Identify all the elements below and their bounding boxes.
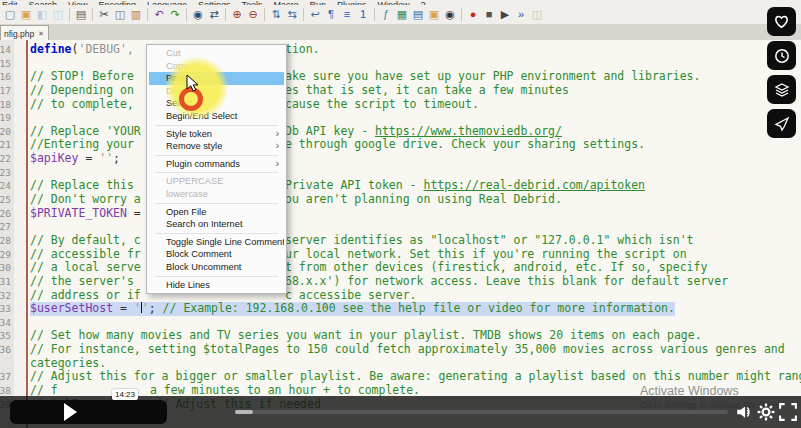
toolbar: ▢▣◧◫▤✂◫▥↶↷◉⇄⊕⊖⇅⇆↩¶≡1ƒ▦▤▣◉●■▶»◫ xyxy=(2,5,545,23)
new-file-icon[interactable]: ▢ xyxy=(3,7,17,22)
code-lines: 14define('DEBUG', tion.1516// STOP! Befo… xyxy=(0,43,801,411)
context-menu-item-block-comment[interactable]: Block Comment xyxy=(149,248,284,261)
code-text-right: ur local network. Set this if you're run… xyxy=(285,248,687,262)
favorite-button[interactable] xyxy=(767,7,796,36)
code-line[interactable]: 18// to complete, cause the script to ti… xyxy=(0,98,801,112)
code-line[interactable]: 32// address or ifc accessibe server. xyxy=(0,289,801,303)
line-number: 21 xyxy=(0,138,11,152)
stop-macro-icon[interactable]: ■ xyxy=(482,7,496,22)
tab-config-php[interactable]: nfig.php ✕ xyxy=(0,25,49,41)
volume-button[interactable] xyxy=(735,403,753,421)
toolbar-separator xyxy=(225,8,226,21)
code-token: a few minutes to an hour + to complete. xyxy=(150,383,420,397)
play-macro-icon[interactable]: ▶ xyxy=(498,7,512,22)
folder-as-workspace-icon[interactable]: ▣ xyxy=(427,7,441,22)
context-menu-item-hide-lines[interactable]: Hide Lines xyxy=(149,279,284,292)
code-line[interactable]: 15 xyxy=(0,57,801,71)
find-icon[interactable]: ◉ xyxy=(191,7,205,22)
cut-icon[interactable]: ✂ xyxy=(97,7,111,22)
copy-icon[interactable]: ◫ xyxy=(113,7,127,22)
code-token: // accessible fr xyxy=(30,247,141,261)
line-number: 36 xyxy=(0,343,11,357)
paste-icon[interactable]: ▥ xyxy=(129,7,143,22)
line-numbers-icon[interactable]: 1 xyxy=(356,7,370,22)
document-map-icon[interactable]: ▦ xyxy=(395,7,409,22)
code-line[interactable]: 16// STOP! Before ake sure you have set … xyxy=(0,70,801,84)
play-button[interactable] xyxy=(10,400,167,424)
save-all-icon[interactable]: ◫ xyxy=(51,7,65,22)
code-line[interactable]: 28// By default, cserver identifies as "… xyxy=(0,234,801,248)
sync-scroll-horizontal-icon[interactable]: ⇆ xyxy=(285,7,299,22)
code-token: // STOP! Before xyxy=(30,69,141,83)
code-line[interactable]: 36// For instance, setting $totalPages t… xyxy=(0,343,801,357)
show-all-characters-icon[interactable]: ¶ xyxy=(324,7,338,22)
indent-guide-icon[interactable]: ≡ xyxy=(340,7,354,22)
line-number: 15 xyxy=(0,57,11,71)
undo-icon[interactable]: ↶ xyxy=(152,7,166,22)
code-line[interactable]: 30// a local servet from other devices (… xyxy=(0,261,801,275)
file-monitoring-icon[interactable]: ◉ xyxy=(443,7,457,22)
replace-icon[interactable]: ⇄ xyxy=(207,7,221,22)
sync-scroll-vertical-icon[interactable]: ⇅ xyxy=(269,7,283,22)
code-editor[interactable]: 14define('DEBUG', tion.1516// STOP! Befo… xyxy=(0,40,801,428)
settings-button[interactable] xyxy=(757,403,775,421)
code-line[interactable]: 19 xyxy=(0,111,801,125)
code-text: // By default, c xyxy=(30,234,141,248)
line-number: 24 xyxy=(0,179,11,193)
code-line[interactable]: 29// accessible frur local network. Set … xyxy=(0,248,801,262)
tab-label: nfig.php xyxy=(4,29,34,39)
context-menu-item-style-token[interactable]: Style token xyxy=(149,128,284,141)
context-menu-item-plugin-commands[interactable]: Plugin commands xyxy=(149,158,284,171)
code-line[interactable]: 26$PRIVATE_TOKEN = xyxy=(0,207,801,221)
send-icon xyxy=(774,116,790,132)
menu-separator xyxy=(155,155,278,156)
zoom-in-icon[interactable]: ⊕ xyxy=(230,7,244,22)
zoom-out-icon[interactable]: ⊖ xyxy=(246,7,260,22)
playlist-button[interactable] xyxy=(767,75,796,104)
watch-later-button[interactable] xyxy=(767,41,796,70)
tab-close-icon[interactable]: ✕ xyxy=(38,30,44,37)
fullscreen-button[interactable] xyxy=(779,403,797,421)
code-text-right: Private API token - https://real-debrid.… xyxy=(285,179,645,193)
context-menu-item-open-file[interactable]: Open File xyxy=(149,206,284,219)
code-line[interactable]: 14define('DEBUG', tion. xyxy=(0,43,801,57)
code-line[interactable]: 27 xyxy=(0,220,801,234)
share-button[interactable] xyxy=(767,109,796,138)
context-menu-item-block-uncomment[interactable]: Block Uncomment xyxy=(149,261,284,274)
code-line[interactable]: 37// Adjust this for a bigger or smaller… xyxy=(0,370,801,384)
code-line[interactable]: 20// Replace 'YOURDb API key - https://w… xyxy=(0,125,801,139)
document-list-icon[interactable]: ▤ xyxy=(411,7,425,22)
code-line[interactable]: 21//Entering your e through google drive… xyxy=(0,138,801,152)
code-text: // STOP! Before xyxy=(30,70,141,84)
code-line[interactable]: categories. xyxy=(0,357,801,371)
context-menu-item-search-on-internet[interactable]: Search on Internet xyxy=(149,218,284,231)
open-file-icon[interactable]: ▣ xyxy=(19,7,33,22)
code-line[interactable]: 17// Depending on es that is set, it can… xyxy=(0,84,801,98)
code-text-right: server identifies as "localhost" or "127… xyxy=(285,234,694,248)
save-icon[interactable]: ◧ xyxy=(35,7,49,22)
context-menu-item-uppercase: UPPERCASE xyxy=(149,175,284,188)
code-line[interactable]: 23 xyxy=(0,166,801,180)
code-line[interactable]: 31// the server's 68.x.x') for network a… xyxy=(0,275,801,289)
function-list-icon[interactable]: ƒ xyxy=(379,7,393,22)
code-line[interactable]: 34 xyxy=(0,316,801,330)
code-text: // Set how many movies and TV series you… xyxy=(30,329,702,343)
code-line[interactable]: 22$apiKey = ''; xyxy=(0,152,801,166)
code-token: ' xyxy=(134,301,141,315)
code-line[interactable]: 35// Set how many movies and TV series y… xyxy=(0,329,801,343)
word-wrap-icon[interactable]: ↩ xyxy=(308,7,322,22)
code-token: // address or if xyxy=(30,288,141,302)
code-line[interactable]: 25// Don't worry aou aren't planning on … xyxy=(0,193,801,207)
code-line[interactable]: 24// Replace this Private API token - ht… xyxy=(0,179,801,193)
code-token: // Replace 'YOUR xyxy=(30,124,141,138)
run-macro-multiple-icon[interactable]: » xyxy=(514,7,528,22)
code-line[interactable]: 33$userSetHost = ''; // Example: 192.168… xyxy=(0,302,801,316)
context-menu-item-remove-style[interactable]: Remove style xyxy=(149,140,284,153)
context-menu-item-toggle-single-line-comment[interactable]: Toggle Single Line Comment xyxy=(149,236,284,249)
save-macro-icon[interactable]: ◫ xyxy=(530,7,544,22)
code-text-right: t from other devices (firestick, android… xyxy=(285,261,707,275)
seek-bar[interactable] xyxy=(235,410,728,414)
redo-icon[interactable]: ↷ xyxy=(168,7,182,22)
record-macro-icon[interactable]: ● xyxy=(466,7,480,22)
print-icon[interactable]: ▤ xyxy=(74,7,88,22)
